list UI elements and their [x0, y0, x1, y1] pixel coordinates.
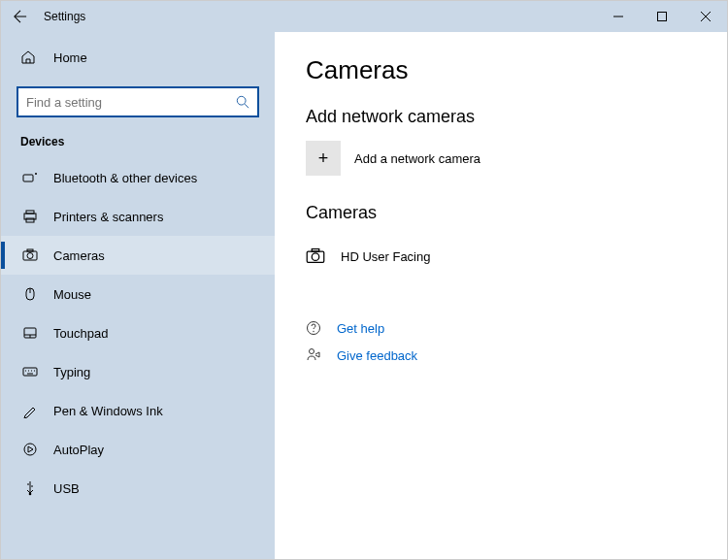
camera-icon	[306, 247, 327, 266]
close-button[interactable]	[683, 1, 727, 32]
search-input[interactable]	[26, 95, 236, 110]
section-list-title: Cameras	[306, 203, 696, 223]
touchpad-icon	[20, 325, 40, 341]
svg-point-19	[313, 331, 314, 332]
sidebar-item-printers[interactable]: Printers & scanners	[1, 197, 275, 236]
close-icon	[701, 12, 711, 21]
svg-rect-5	[26, 211, 34, 214]
maximize-icon	[657, 12, 667, 21]
window-body: Home Devices Bluetooth & other devices	[1, 32, 727, 559]
arrow-left-icon	[14, 10, 27, 23]
give-feedback-row[interactable]: Give feedback	[306, 342, 696, 369]
svg-point-1	[237, 96, 246, 105]
svg-rect-17	[312, 249, 319, 252]
window-title: Settings	[44, 10, 85, 23]
sidebar-item-label: AutoPlay	[53, 443, 104, 457]
back-button[interactable]	[1, 10, 40, 23]
plus-icon: +	[318, 148, 329, 169]
help-icon	[306, 320, 327, 336]
sidebar-item-label: Touchpad	[53, 326, 108, 341]
give-feedback-link[interactable]: Give feedback	[337, 348, 417, 363]
settings-window: Settings Home	[0, 0, 728, 560]
page-title: Cameras	[306, 55, 696, 85]
sidebar-item-pen[interactable]: Pen & Windows Ink	[1, 391, 275, 430]
usb-icon	[20, 480, 40, 496]
sidebar-item-label: Printers & scanners	[53, 210, 163, 224]
add-network-camera-label: Add a network camera	[354, 151, 480, 166]
content-pane: Cameras Add network cameras + Add a netw…	[275, 32, 727, 559]
camera-item-name: HD User Facing	[341, 249, 430, 264]
svg-point-13	[24, 444, 36, 455]
section-add-title: Add network cameras	[306, 107, 696, 127]
sidebar-item-bluetooth[interactable]: Bluetooth & other devices	[1, 158, 275, 197]
sidebar-item-label: Bluetooth & other devices	[53, 171, 197, 185]
sidebar-item-typing[interactable]: Typing	[1, 352, 275, 391]
sidebar-item-label: Mouse	[53, 287, 91, 302]
sidebar-home-label: Home	[53, 50, 87, 65]
sidebar-item-usb[interactable]: USB	[1, 469, 275, 508]
svg-point-16	[312, 253, 319, 261]
svg-rect-2	[23, 175, 33, 181]
sidebar-item-autoplay[interactable]: AutoPlay	[1, 430, 275, 469]
svg-point-14	[29, 493, 32, 496]
sidebar-nav: Bluetooth & other devices Printers & sca…	[1, 158, 275, 559]
maximize-button[interactable]	[640, 1, 683, 32]
bluetooth-icon	[20, 170, 40, 185]
feedback-icon	[306, 347, 327, 363]
mouse-icon	[20, 286, 40, 302]
camera-icon	[20, 247, 40, 263]
sidebar-item-label: USB	[53, 481, 80, 496]
sidebar: Home Devices Bluetooth & other devices	[1, 32, 275, 559]
svg-point-8	[27, 253, 33, 259]
sidebar-item-touchpad[interactable]: Touchpad	[1, 313, 275, 352]
svg-point-20	[310, 349, 314, 354]
svg-rect-0	[657, 13, 666, 21]
window-controls	[596, 1, 727, 32]
home-icon	[20, 49, 40, 65]
get-help-row[interactable]: Get help	[306, 314, 696, 342]
search-box[interactable]	[17, 86, 259, 117]
pen-icon	[20, 403, 40, 418]
add-network-camera-row[interactable]: + Add a network camera	[306, 141, 696, 176]
sidebar-item-mouse[interactable]: Mouse	[1, 275, 275, 313]
minimize-icon	[613, 12, 623, 21]
sidebar-item-label: Typing	[53, 365, 90, 379]
get-help-link[interactable]: Get help	[337, 321, 384, 336]
search-icon	[236, 95, 249, 109]
printer-icon	[20, 209, 40, 224]
sidebar-item-cameras[interactable]: Cameras	[1, 236, 275, 275]
keyboard-icon	[20, 364, 40, 379]
minimize-button[interactable]	[596, 1, 640, 32]
svg-rect-12	[23, 368, 37, 376]
svg-point-3	[35, 173, 37, 175]
camera-list-item[interactable]: HD User Facing	[306, 237, 696, 276]
sidebar-item-label: Cameras	[53, 248, 105, 263]
sidebar-item-label: Pen & Windows Ink	[53, 404, 163, 418]
sidebar-group-label: Devices	[1, 127, 275, 158]
add-button[interactable]: +	[306, 141, 341, 176]
sidebar-home[interactable]: Home	[1, 40, 275, 75]
titlebar: Settings	[1, 1, 727, 32]
autoplay-icon	[20, 442, 40, 457]
svg-rect-9	[27, 249, 33, 251]
